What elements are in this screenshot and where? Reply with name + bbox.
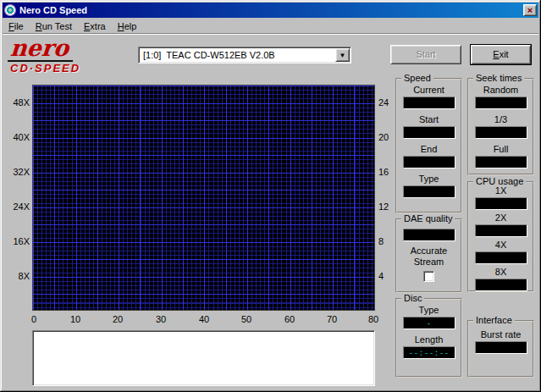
x-axis-tick: 40 xyxy=(199,314,209,324)
drive-select[interactable]: [1:0] TEAC CD-W512EB V2.0B ▼ xyxy=(138,47,351,63)
drive-select-value: [1:0] TEAC CD-W512EB V2.0B xyxy=(139,50,335,60)
disc-length-display: --:--:-- xyxy=(403,346,455,359)
window-title: Nero CD Speed xyxy=(19,5,523,15)
interface-group-title: Interface xyxy=(473,315,515,326)
disc-length-label: Length xyxy=(397,334,461,345)
seek-full-label: Full xyxy=(469,144,533,155)
disc-group-title: Disc xyxy=(401,293,424,304)
titlebar[interactable]: Nero CD Speed × xyxy=(3,3,538,18)
menu-file-accel: F xyxy=(8,21,14,31)
speed-current-label: Current xyxy=(397,85,461,96)
menu-file[interactable]: File xyxy=(3,19,30,33)
x-axis-tick: 70 xyxy=(327,314,337,324)
menu-extra-rest: xtra xyxy=(90,21,105,31)
cd-speed-logo-text: CD·SPEED xyxy=(8,62,131,75)
burst-rate-label: Burst rate xyxy=(469,329,533,340)
exit-button[interactable]: Exit xyxy=(471,45,531,64)
menu-help[interactable]: Help xyxy=(112,19,143,33)
menu-run-test[interactable]: Run Test xyxy=(30,19,78,33)
dae-quality-display xyxy=(403,229,455,241)
exit-rest: xit xyxy=(500,49,509,59)
seek-random-display xyxy=(475,97,527,109)
menu-extra[interactable]: Extra xyxy=(78,19,112,33)
speed-start-display xyxy=(403,126,455,139)
speed-chart-plot-area xyxy=(32,85,375,311)
y-axis-right-tick: 4 xyxy=(378,271,397,281)
dae-quality-group-title: DAE quality xyxy=(401,213,455,224)
menu-run-test-rest: un Test xyxy=(42,21,72,31)
y-axis-right-tick: 24 xyxy=(378,97,397,108)
accurate-stream-checkbox[interactable] xyxy=(423,271,434,282)
results-log-area xyxy=(32,330,375,386)
y-axis-left-tick: 32X xyxy=(3,167,30,177)
cpu-1x-display xyxy=(475,197,527,210)
cpu-4x-label: 4X xyxy=(469,240,533,251)
cpu-usage-group-title: CPU usage xyxy=(473,176,526,187)
start-button[interactable]: Start xyxy=(390,45,461,64)
speed-type-display xyxy=(403,185,455,198)
cpu-4x-display xyxy=(475,251,527,264)
interface-group: Interface Burst rate xyxy=(467,320,534,378)
seek-full-display xyxy=(475,156,527,168)
x-axis-tick: 10 xyxy=(70,314,80,324)
burst-rate-display xyxy=(475,341,527,354)
seek-one-third-label: 1/3 xyxy=(469,114,533,125)
cpu-usage-group: CPU usage 1X 2X 4X 8X xyxy=(467,181,534,292)
speed-group-title: Speed xyxy=(401,73,433,84)
cpu-8x-label: 8X xyxy=(469,267,533,278)
menu-help-rest: elp xyxy=(124,21,137,31)
y-axis-left-tick: 48X xyxy=(3,97,30,108)
seek-random-label: Random xyxy=(469,85,533,96)
x-axis-tick: 0 xyxy=(31,314,36,324)
exit-accel: E xyxy=(493,49,499,59)
y-axis-left-tick: 40X xyxy=(3,132,30,142)
cpu-8x-display xyxy=(475,279,527,291)
y-axis-left-tick: 24X xyxy=(3,202,30,212)
cpu-2x-display xyxy=(475,224,527,237)
y-axis-right-tick: 20 xyxy=(378,132,397,142)
nero-logo: nero CD·SPEED xyxy=(8,37,131,75)
speed-current-display xyxy=(403,97,455,109)
speed-group: Speed Current Start End Type xyxy=(395,78,462,213)
seek-one-third-display xyxy=(475,126,527,139)
x-axis-tick: 20 xyxy=(113,314,123,324)
x-axis-tick: 60 xyxy=(284,314,295,324)
x-axis-tick: 30 xyxy=(156,314,166,324)
accurate-stream-label-line2: Stream xyxy=(397,257,461,268)
close-button[interactable]: × xyxy=(523,4,537,16)
y-axis-right-tick: 16 xyxy=(378,167,397,177)
cd-disc-icon xyxy=(4,4,16,16)
disc-group: Disc Type - Length --:--:-- xyxy=(395,298,462,378)
disc-type-display: - xyxy=(403,317,455,329)
x-axis-tick: 80 xyxy=(368,314,378,324)
menu-bar: File Run Test Extra Help xyxy=(3,19,538,34)
speed-start-label: Start xyxy=(397,114,461,125)
speed-end-display xyxy=(403,156,455,168)
menu-file-rest: ile xyxy=(14,21,24,31)
seek-times-group: Seek times Random 1/3 Full xyxy=(467,78,534,175)
speed-end-label: End xyxy=(397,144,461,155)
chevron-down-icon[interactable]: ▼ xyxy=(335,48,350,62)
cpu-2x-label: 2X xyxy=(469,213,533,224)
nero-logo-wordmark: nero xyxy=(8,37,75,62)
y-axis-left-tick: 8X xyxy=(3,271,30,281)
seek-times-group-title: Seek times xyxy=(473,73,524,84)
disc-type-label: Type xyxy=(397,305,461,316)
dae-quality-group: DAE quality Accurate Stream xyxy=(395,218,462,293)
speed-type-label: Type xyxy=(397,174,461,185)
app-window: Nero CD Speed × File Run Test Extra Help… xyxy=(0,0,541,392)
y-axis-left-tick: 16X xyxy=(3,236,30,246)
y-axis-right-tick: 12 xyxy=(378,202,397,212)
accurate-stream-label-line1: Accurate xyxy=(397,246,461,257)
y-axis-right-tick: 8 xyxy=(378,236,397,246)
menu-run-test-accel: R xyxy=(36,21,42,31)
x-axis-tick: 50 xyxy=(241,314,251,324)
menu-help-accel: H xyxy=(118,21,124,31)
